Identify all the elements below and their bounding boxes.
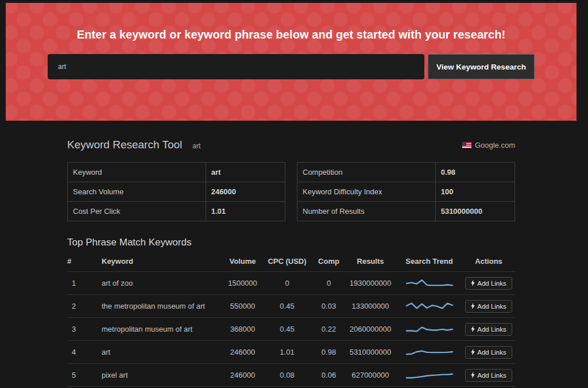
results-panel: Keyword Research Tool art Google.com Key… [67,137,515,387]
search-bar: View Keyword Research [48,54,535,79]
comp-cell: 0.03 [313,295,345,318]
summary-value: 246000 [206,182,285,202]
results-cell: 627000000 [345,364,396,387]
page-title: Keyword Research Tool [67,139,182,151]
column-header-search-trend: Search Trend [396,255,462,272]
keyword-search-input[interactable] [48,54,424,79]
cpc-cell: 1.01 [261,341,313,364]
top-phrase-match-heading: Top Phrase Match Keywords [67,237,515,248]
summary-value: 100 [435,182,514,202]
summary-value: 1.01 [206,202,285,221]
keyword-cell: art of zoo [102,272,224,295]
add-links-label: Add Links [477,326,506,333]
add-links-button[interactable]: Add Links [465,300,512,313]
add-links-label: Add Links [477,372,506,379]
column-header-results: Results [345,255,396,272]
add-links-button[interactable]: Add Links [465,323,512,336]
search-trend-sparkline [405,346,454,359]
search-trend-sparkline [405,323,454,336]
comp-cell: 0.06 [313,364,345,387]
lightning-bolt-icon [471,280,475,286]
rank-cell: 5 [67,364,102,387]
add-links-label: Add Links [477,280,506,287]
keyword-cell: art [102,341,224,364]
column-header-keyword: Keyword [102,255,224,272]
rank-cell: 3 [67,318,102,341]
summary-label: Search Volume [68,182,206,202]
volume-cell: 246000 [224,364,261,387]
keyword-row: 4 art 246000 1.01 0.98 5310000000 Add Li… [67,341,515,364]
cpc-cell: 0.45 [261,295,313,318]
summary-label: Cost Per Click [68,202,206,221]
actions-cell: Add Links [462,341,515,364]
search-trend-cell [396,318,462,341]
keyword-cell: the metropolitan museum of art [102,295,224,318]
summary-table-left: Keyword art Search Volume 246000 Cost Pe… [67,162,285,221]
summary-row: Keyword art [68,163,285,182]
search-trend-sparkline [405,300,454,313]
search-engine-label: Google.com [475,141,515,149]
volume-cell: 1500000 [224,272,261,295]
cpc-cell: 0.45 [261,318,313,341]
rank-cell: 1 [67,272,102,295]
results-cell: 133000000 [345,295,396,318]
results-header: Keyword Research Tool art Google.com [67,137,515,152]
summary-table-right: Competition 0.98 Keyword Difficulty Inde… [297,162,515,221]
keyword-row: 5 pixel art 246000 0.08 0.06 627000000 A… [67,364,515,387]
keyword-row: 2 the metropolitan museum of art 550000 … [67,295,515,318]
actions-cell: Add Links [462,272,515,295]
column-header-comp: Comp [313,255,345,272]
add-links-button[interactable]: Add Links [465,277,512,290]
add-links-button[interactable]: Add Links [465,369,512,382]
cpc-cell: 0 [261,272,313,295]
summary-value: 0.98 [435,163,514,182]
keyword-row: 3 metropolitan museum of art 368000 0.45… [67,318,515,341]
summary-label: Number of Results [297,202,436,221]
comp-cell: 0.98 [313,341,345,364]
column-header-rank: # [67,255,102,272]
rank-cell: 4 [67,341,102,364]
keywords-table-header: # Keyword Volume CPC (USD) Comp Results … [67,255,515,272]
add-links-button[interactable]: Add Links [465,346,512,359]
page-subtitle-keyword: art [192,140,200,150]
summary-value: 5310000000 [435,202,514,221]
keyword-cell: pixel art [102,364,224,387]
volume-cell: 550000 [224,295,261,318]
results-cell: 2060000000 [345,318,396,341]
summary-label: Competition [297,163,436,182]
summary-row: Search Volume 246000 [68,182,285,202]
hero-banner: Enter a keyword or keyword phrase below … [6,3,577,121]
summary-value: art [206,163,285,182]
view-keyword-research-button[interactable]: View Keyword Research [428,54,535,79]
rank-cell: 2 [67,295,102,318]
comp-cell: 0.22 [313,318,345,341]
summary-label: Keyword [68,163,206,182]
keyword-cell: metropolitan museum of art [102,318,224,341]
summary-row: Keyword Difficulty Index 100 [297,182,515,202]
lightning-bolt-icon [471,326,475,332]
search-trend-sparkline [405,277,454,290]
column-header-actions: Actions [462,255,515,272]
summary-label: Keyword Difficulty Index [297,182,436,202]
add-links-label: Add Links [477,303,506,310]
summary-row: Cost Per Click 1.01 [68,202,285,221]
results-cell: 1930000000 [345,272,396,295]
search-trend-sparkline [405,369,454,382]
summary-row: Number of Results 5310000000 [297,202,515,221]
cpc-cell: 0.08 [261,364,313,387]
keyword-row: 1 art of zoo 1500000 0 0 1930000000 Add … [67,272,515,295]
lightning-bolt-icon [471,372,475,378]
keywords-table: # Keyword Volume CPC (USD) Comp Results … [67,255,515,387]
results-cell: 5310000000 [345,341,396,364]
actions-cell: Add Links [462,364,515,387]
lightning-bolt-icon [471,349,475,355]
us-flag-icon [462,142,471,148]
search-trend-cell [396,341,462,364]
lightning-bolt-icon [471,303,475,309]
comp-cell: 0 [313,272,345,295]
search-trend-cell [396,295,462,318]
actions-cell: Add Links [462,295,515,318]
volume-cell: 246000 [224,341,261,364]
column-header-cpc: CPC (USD) [261,255,313,272]
hero-headline: Enter a keyword or keyword phrase below … [6,28,577,41]
